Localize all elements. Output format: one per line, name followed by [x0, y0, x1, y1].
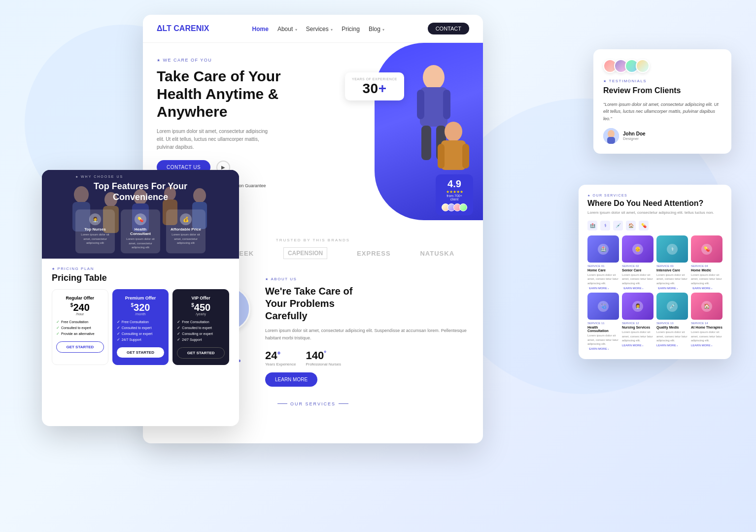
author-info: John Doe Designer — [623, 131, 646, 141]
service-12-desc: Lorem ipsum dolor sit amet, consec tetur… — [622, 330, 653, 342]
service-11-num: SERVICE 11 — [587, 322, 619, 325]
pricing-body: PRICING PLAN Pricing Table Regular Offer… — [42, 259, 239, 373]
regular-feature-2: ✓ Consulted to expert — [56, 326, 104, 330]
premium-plan-button[interactable]: GET STARTED — [117, 347, 165, 358]
pricing-plan-label: PRICING PLAN — [52, 266, 229, 271]
service-senior-care: 👴 SERVICE 02 Senior Care Lorem ipsum dol… — [622, 235, 653, 290]
author-name: John Doe — [623, 131, 646, 136]
service-12-learn-more[interactable]: LEARN MORE › — [622, 344, 653, 347]
service-13-num: SERVICE 13 — [656, 322, 688, 325]
premium-feature-2: ✓ Consulted to expert — [117, 326, 165, 330]
testimonials-avatars — [603, 59, 722, 73]
pricing-regular: Regular Offer $240 /hour ✓ Free Consulta… — [52, 289, 108, 365]
pricing-top-title: Top Features For Your Convenience — [75, 181, 206, 202]
feature-consultant-title: Health Consultant — [125, 228, 156, 236]
services-our-label: OUR SERVICES — [587, 194, 722, 197]
service-02-desc: Lorem ipsum dolor sit amet, consec tetur… — [622, 273, 653, 285]
author-role: Designer — [623, 136, 646, 141]
nav-services[interactable]: Services — [306, 26, 329, 33]
about-title: We're Take Care of Your Problems Careful… — [265, 285, 469, 322]
health-consultation-icon: 🩺 — [598, 301, 609, 312]
nav-pricing[interactable]: Pricing — [342, 26, 360, 33]
regular-plan-period: /hour — [56, 312, 104, 316]
service-01-desc: Lorem ipsum dolor sit amet, consec tetur… — [587, 273, 619, 285]
pricing-title: Pricing Table — [52, 273, 229, 283]
vip-feature-4: ✓ 24/7 Support — [177, 337, 225, 342]
premium-feature-4: ✓ 24/7 Support — [117, 337, 165, 342]
regular-plan-button[interactable]: GET STARTED — [56, 341, 104, 353]
stat-experience: 24+ Years Experience — [265, 349, 296, 366]
svg-point-35 — [608, 130, 615, 138]
service-home-therapies: 🏠 SERVICE 14 At Home Therapies Lorem ips… — [691, 293, 722, 350]
service-01-name: Home Care — [587, 268, 619, 272]
service-nursing-img: 👩‍⚕️ — [622, 293, 653, 320]
pricing-card: WHY CHOOSE US Top Features For Your Conv… — [42, 170, 239, 426]
vip-plan-button[interactable]: GET STARTED — [177, 347, 225, 359]
service-12-name: Nursing Services — [622, 326, 653, 329]
service-13-name: Quality Medis — [656, 326, 688, 329]
service-home-care: 🏥 SERVICE 01 Home Care Lorem ipsum dolor… — [587, 235, 619, 290]
nav-home[interactable]: Home — [252, 26, 269, 33]
nav-blog[interactable]: Blog — [369, 26, 380, 33]
feature-price-title: Affordable Price — [170, 228, 202, 232]
service-home-therapies-img: 🏠 — [691, 293, 722, 320]
navbar: ΔLT CARENIX Home About ▾ Services ▾ Pric… — [143, 15, 483, 43]
service-03-learn-more[interactable]: LEARN MORE › — [656, 287, 688, 290]
testimonials-title: Review From Clients — [603, 86, 722, 95]
brand-express: EXPRESS — [357, 250, 390, 257]
consultant-icon: 💊 — [135, 214, 146, 226]
home-therapies-icon: 🏠 — [701, 301, 712, 312]
service-senior-care-img: 👴 — [622, 235, 653, 263]
pricing-premium: Premium Offer $320 /month ✓ Free Consult… — [112, 289, 169, 365]
service-04-learn-more[interactable]: LEARN MORE › — [691, 287, 722, 290]
vip-feature-1: ✓ Free Consultation — [177, 320, 225, 324]
contact-nav-button[interactable]: CONTACT — [428, 23, 469, 34]
regular-plan-name: Regular Offer — [56, 296, 104, 300]
service-01-learn-more[interactable]: LEARN MORE › — [587, 287, 619, 290]
vip-plan-name: VIP Offer — [177, 296, 225, 300]
services-grid-top: 🏥 SERVICE 01 Home Care Lorem ipsum dolor… — [587, 235, 722, 350]
vip-feature-3: ✓ Consulting or expert — [177, 332, 225, 336]
service-11-name: Health Consultation — [587, 326, 619, 332]
service-nursing: 👩‍⚕️ SERVICE 12 Nursing Services Lorem i… — [622, 293, 653, 350]
feature-nurses: 👩‍⚕️ Top Nurses Lorem ipsum dolor sit am… — [75, 210, 115, 254]
stat-nurses-number: 140° — [306, 349, 341, 362]
premium-feature-3: ✓ Consulting or expert — [117, 332, 165, 336]
service-12-num: SERVICE 12 — [622, 322, 653, 325]
services-card: OUR SERVICES Where Do You Need Attention… — [579, 185, 731, 359]
testimonials-label: TESTIMONIALS — [603, 79, 722, 83]
testimonials-card: TESTIMONIALS Review From Clients "Lorem … — [593, 49, 731, 154]
pricing-columns: Regular Offer $240 /hour ✓ Free Consulta… — [52, 289, 229, 365]
service-03-name: Intensive Care — [656, 268, 688, 272]
services-description: Lorem ipsum dolor sit amet, consectetur … — [587, 210, 722, 216]
service-14-learn-more[interactable]: LEARN MORE › — [691, 344, 722, 347]
premium-plan-name: Premium Offer — [117, 296, 165, 300]
testi-avatar-4 — [636, 59, 650, 73]
service-01-num: SERVICE 01 — [587, 265, 619, 267]
service-13-desc: Lorem ipsum dolor sit amet, consec tetur… — [656, 330, 688, 342]
intensive-care-icon: ⚕ — [667, 244, 678, 255]
service-04-name: Home Medic — [691, 268, 722, 272]
brand-natuska: NATUSKA — [420, 250, 454, 257]
service-03-num: SERVICE 03 — [656, 265, 688, 267]
stat-nurses: 140° Professional Nurses — [306, 349, 341, 366]
service-03-desc: Lorem ipsum dolor sit amet, consec tetur… — [656, 273, 688, 285]
service-04-desc: Lorem ipsum dolor sit amet, consec tetur… — [691, 273, 722, 285]
feature-consultant-desc: Lorem ipsum dolor sit amet, consectetur … — [125, 237, 156, 250]
service-type-icon-4: 🏠 — [626, 221, 636, 231]
regular-feature-1: ✓ Free Consultation — [56, 320, 104, 324]
nursing-icon: 👩‍⚕️ — [632, 301, 643, 312]
service-02-learn-more[interactable]: LEARN MORE › — [622, 287, 653, 290]
service-02-num: SERVICE 02 — [622, 265, 653, 267]
testimonials-quote: "Lorem ipsum dolor sit amet, consectetur… — [603, 101, 722, 122]
service-14-name: At Home Therapies — [691, 326, 722, 329]
service-quality-medis-img: 💉 — [656, 293, 688, 320]
feature-nurses-title: Top Nurses — [79, 228, 111, 232]
service-04-num: SERVICE 04 — [691, 265, 722, 267]
why-choose-us-label: WHY CHOOSE US — [75, 175, 206, 178]
service-13-learn-more[interactable]: LEARN MORE › — [656, 344, 688, 347]
nav-about[interactable]: About — [277, 26, 293, 33]
features-row: 👩‍⚕️ Top Nurses Lorem ipsum dolor sit am… — [75, 210, 206, 254]
service-11-learn-more[interactable]: LEARN MORE › — [587, 347, 619, 350]
learn-more-button[interactable]: LEARN MORE — [265, 372, 317, 387]
